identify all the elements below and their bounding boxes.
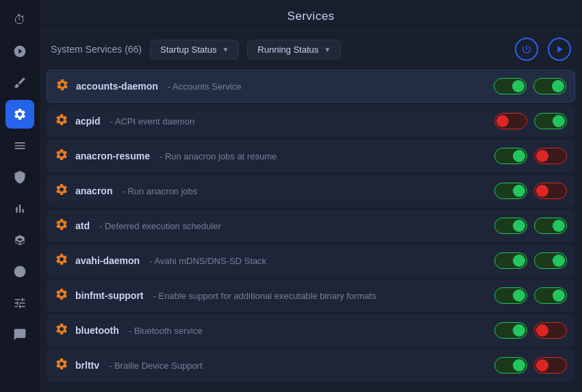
running-toggle[interactable] [534, 218, 567, 234]
sidebar-item-box[interactable] [5, 226, 34, 254]
gear-icon [55, 113, 68, 130]
svg-point-0 [14, 266, 26, 278]
sidebar-item-layers[interactable] [5, 131, 34, 160]
chevron-down-icon: ▼ [324, 46, 331, 53]
system-services-label: System Services (66) [51, 44, 142, 55]
running-toggle[interactable] [534, 113, 567, 129]
gear-icon [55, 148, 68, 165]
power-button[interactable] [515, 38, 538, 61]
startup-status-dropdown[interactable]: Startup Status ▼ [150, 40, 239, 60]
page-header: Services [40, 0, 582, 31]
startup-toggle[interactable] [494, 113, 527, 129]
service-row[interactable]: bluetooth - Bluetooth service [47, 314, 575, 347]
sidebar-item-sliders[interactable] [5, 289, 34, 317]
running-status-dropdown[interactable]: Running Status ▼ [247, 40, 341, 60]
running-toggle[interactable] [534, 357, 567, 374]
service-row[interactable]: binfmt-support - Enable support for addi… [47, 279, 575, 312]
service-toggles [494, 322, 567, 339]
gear-icon [55, 357, 68, 374]
service-desc: - Braille Device Support [109, 361, 203, 371]
sidebar-item-penguin[interactable] [5, 257, 34, 286]
service-toggles [494, 113, 567, 129]
startup-toggle[interactable] [494, 78, 527, 94]
gear-icon [55, 78, 69, 95]
services-list: accounts-daemon - Accounts Service acpid… [40, 68, 582, 392]
service-name: acpid [75, 116, 101, 127]
page-title: Services [287, 10, 334, 23]
service-name: accounts-daemon [76, 81, 158, 92]
toolbar-icons [515, 38, 571, 61]
running-toggle[interactable] [534, 183, 567, 199]
service-row[interactable]: accounts-daemon - Accounts Service [47, 70, 575, 103]
service-row[interactable]: anacron-resume - Run anacron jobs at res… [47, 140, 575, 172]
gear-icon [55, 287, 68, 304]
toolbar: System Services (66) Startup Status ▼ Ru… [40, 31, 582, 68]
service-name: atd [75, 220, 90, 231]
service-name: avahi-daemon [75, 255, 140, 266]
startup-toggle[interactable] [494, 183, 527, 199]
service-toggles [494, 78, 566, 94]
service-row[interactable]: brlttv - Braille Device Support [47, 349, 575, 382]
startup-toggle[interactable] [494, 357, 527, 374]
startup-toggle[interactable] [494, 252, 527, 269]
service-toggles [494, 148, 567, 164]
sidebar: ⏱ [0, 0, 40, 392]
service-name: brlttv [75, 360, 99, 371]
service-toggles [494, 357, 567, 374]
service-desc: - Avahi mDNS/DNS-SD Stack [149, 256, 266, 266]
service-row[interactable]: avahi-daemon - Avahi mDNS/DNS-SD Stack [47, 244, 575, 277]
chevron-down-icon: ▼ [222, 46, 229, 53]
sidebar-item-brush[interactable] [5, 68, 34, 97]
startup-toggle[interactable] [494, 322, 527, 339]
startup-toggle[interactable] [494, 287, 527, 304]
service-desc: - Accounts Service [168, 81, 242, 92]
service-row[interactable]: anacron - Run anacron jobs [47, 174, 575, 207]
service-desc: - Run anacron jobs [122, 186, 197, 196]
service-toggles [494, 183, 567, 199]
play-button[interactable] [548, 38, 571, 61]
running-toggle[interactable] [534, 322, 567, 339]
service-toggles [494, 218, 567, 234]
sidebar-item-settings[interactable] [5, 100, 34, 129]
running-toggle[interactable] [534, 252, 567, 269]
main-content: Services System Services (66) Startup St… [40, 0, 582, 392]
service-row[interactable]: atd - Deferred execution scheduler [47, 209, 575, 242]
service-desc: - Enable support for additional executab… [153, 291, 377, 301]
startup-toggle[interactable] [494, 218, 527, 234]
service-desc: - Bluetooth service [129, 326, 203, 336]
running-toggle[interactable] [533, 78, 566, 94]
service-name: anacron-resume [75, 151, 150, 161]
sidebar-item-dashboard[interactable]: ⏱ [5, 5, 34, 34]
service-name: bluetooth [75, 325, 119, 336]
gear-icon [55, 322, 68, 339]
service-desc: - ACPI event daemon [110, 116, 195, 127]
service-desc: - Deferred execution scheduler [99, 221, 221, 231]
gear-icon [55, 183, 68, 200]
sidebar-item-chart[interactable] [5, 194, 34, 223]
sidebar-item-security[interactable] [5, 163, 34, 192]
service-desc: - Run anacron jobs at resume [160, 151, 277, 161]
service-name: binfmt-support [75, 290, 144, 301]
service-toggles [494, 252, 567, 269]
service-toggles [494, 287, 567, 304]
sidebar-item-chat[interactable] [5, 320, 34, 349]
sidebar-item-rocket[interactable] [5, 37, 34, 66]
service-name: anacron [75, 185, 112, 196]
running-toggle[interactable] [534, 148, 567, 164]
startup-toggle[interactable] [494, 148, 527, 164]
gear-icon [55, 252, 68, 270]
gear-icon [55, 218, 68, 235]
service-row[interactable]: acpid - ACPI event daemon [47, 105, 575, 138]
running-toggle[interactable] [534, 287, 567, 304]
